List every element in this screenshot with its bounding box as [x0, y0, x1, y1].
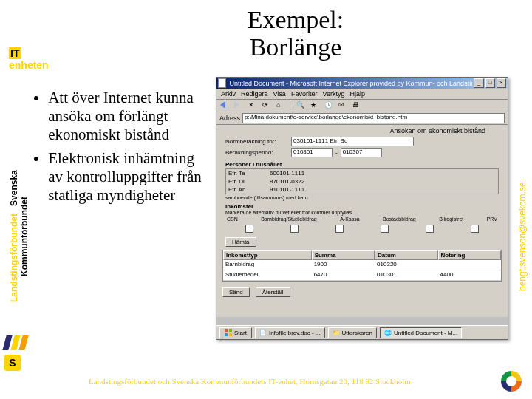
person-id: 870101-0322 — [267, 177, 307, 185]
close-button[interactable]: × — [497, 78, 506, 88]
col-type: Inkomsttyp — [223, 250, 312, 260]
slide-title: Exempel: Borlänge — [200, 6, 392, 61]
stop-button[interactable]: ✕ — [248, 100, 259, 111]
person-name: Efr. Ta — [226, 169, 267, 177]
favorites-button[interactable]: ★ — [310, 100, 321, 111]
checkbox-barnbidrag[interactable] — [290, 225, 299, 233]
table-row: Barnbidrag 1900 010320 — [223, 260, 501, 270]
right-email-vertical: bengt.svenson@svekom.se — [517, 148, 528, 325]
embedded-browser-window: Untitled Document - Microsoft Internet E… — [216, 77, 508, 340]
bullet-list: Att över Internet kunna ansöka om förlän… — [30, 89, 207, 209]
persons-header: Personer i hushållet — [216, 158, 508, 168]
refresh-button[interactable]: ⟳ — [262, 100, 273, 111]
windows-logo-icon — [225, 329, 232, 336]
brand-it: IT — [9, 47, 21, 59]
left-sponsor-vertical: Landstingsförbundet Svenska Kommunförbun… — [9, 148, 19, 325]
person-id: 910101-1111 — [267, 185, 307, 194]
period-label: Beräkningsperiod: — [225, 149, 288, 156]
arrow-back-icon — [220, 101, 225, 109]
income-sub: Markera de alternativ du vet eller tror … — [216, 210, 508, 215]
start-button[interactable]: Start — [219, 327, 252, 338]
maximize-button[interactable]: □ — [485, 78, 495, 88]
address-input[interactable]: p:\Mina dokument\e-service\borlange\ekon… — [242, 113, 505, 123]
checkbox-bilregistret[interactable] — [426, 225, 434, 233]
menu-help[interactable]: Hjälp — [349, 90, 365, 98]
col-note: Notering — [438, 250, 501, 260]
home-button[interactable]: ⌂ — [276, 100, 287, 111]
bottom-right-ring-icon — [501, 371, 522, 392]
income-header: Inkomster — [216, 200, 508, 210]
menu-favorites[interactable]: Favoriter — [291, 90, 318, 98]
window-titlebar[interactable]: Untitled Document - Microsoft Internet E… — [216, 78, 508, 89]
page-body: Ansökan om ekonomiskt bistånd Normberäkn… — [216, 125, 508, 317]
persons-note: samboende (tillsammans) med barn — [216, 195, 508, 200]
checkbox-prv[interactable] — [471, 225, 479, 233]
menu-file[interactable]: Arkiv — [221, 90, 236, 98]
person-id: 600101-1111 — [267, 169, 307, 177]
person-name: Efr. Di — [226, 177, 267, 185]
history-button[interactable]: 🕓 — [324, 100, 335, 111]
checkbox-csn[interactable] — [245, 225, 253, 233]
col-sum: Summa — [312, 250, 375, 260]
search-button[interactable]: 🔍 — [296, 100, 307, 111]
brand-top-left: IT enheten — [9, 47, 49, 71]
window-title: Untitled Document - Microsoft Internet E… — [229, 80, 472, 87]
reset-button[interactable]: Återställ — [256, 287, 290, 297]
minimize-button[interactable]: _ — [474, 78, 483, 88]
ie-icon — [218, 78, 226, 88]
menu-bar: Arkiv Redigera Visa Favoriter Verktyg Hj… — [216, 89, 508, 100]
person-name: Efr. An — [226, 185, 267, 194]
taskbar-item[interactable]: 📁Utforskaren — [328, 327, 377, 338]
period-to[interactable]: 010307 — [341, 148, 382, 157]
taskbar-item-active[interactable]: 🌐Untitled Document - M... — [380, 327, 462, 338]
arrow-forward-icon — [234, 101, 239, 109]
forward-button[interactable] — [233, 100, 245, 111]
fetch-button[interactable]: Hämta — [225, 237, 256, 247]
persons-table: Efr. Ta600101-1111 Efr. Di870101-0322 Ef… — [225, 168, 499, 194]
address-bar: Adress p:\Mina dokument\e-service\borlan… — [216, 112, 508, 125]
send-button[interactable]: Sänd — [222, 287, 250, 297]
page-heading: Ansökan om ekonomiskt bistånd — [216, 125, 508, 136]
checkbox-bostadsbidrag[interactable] — [381, 225, 389, 233]
toolbar: ✕ ⟳ ⌂ 🔍 ★ 🕓 ✉ 🖶 — [216, 100, 508, 112]
brand-enheten: enheten — [9, 59, 49, 71]
menu-edit[interactable]: Redigera — [241, 90, 268, 98]
back-button[interactable] — [219, 100, 231, 111]
norm-label: Normberäkning för: — [225, 138, 288, 145]
bullet-2: Elektronisk inhämtning av kontrolluppgif… — [48, 149, 207, 205]
address-label: Adress — [219, 115, 240, 122]
menu-view[interactable]: Visa — [273, 90, 286, 98]
income-table: Inkomsttyp Summa Datum Notering Barnbidr… — [222, 250, 502, 282]
checkbox-headers: CSN Barnbidrag/Studiebidrag A-Kassa Bost… — [216, 215, 508, 223]
taskbar-item[interactable]: 📄Infofile brev.doc - ... — [255, 327, 325, 338]
norm-input[interactable]: 030101-1111 Efr. Bo — [291, 137, 414, 146]
period-from[interactable]: 010301 — [291, 148, 332, 157]
windows-taskbar: Start 📄Infofile brev.doc - ... 📁Utforska… — [216, 325, 508, 339]
print-button[interactable]: 🖶 — [352, 100, 364, 111]
sk-badge-icon: S — [4, 355, 21, 371]
footer-text: Landstingsförbundet och Svenska Kommunfö… — [89, 377, 411, 386]
bottom-left-logos: S — [4, 335, 27, 371]
checkbox-akassa[interactable] — [335, 225, 344, 233]
table-row: Studiemedel 6470 010301 4400 — [223, 270, 501, 281]
checkbox-row — [216, 223, 508, 234]
bullet-1: Att över Internet kunna ansöka om förlän… — [48, 89, 207, 145]
stripes-icon — [2, 335, 28, 350]
col-date: Datum — [375, 250, 437, 260]
menu-tools[interactable]: Verktyg — [322, 90, 344, 98]
mail-button[interactable]: ✉ — [338, 100, 349, 111]
